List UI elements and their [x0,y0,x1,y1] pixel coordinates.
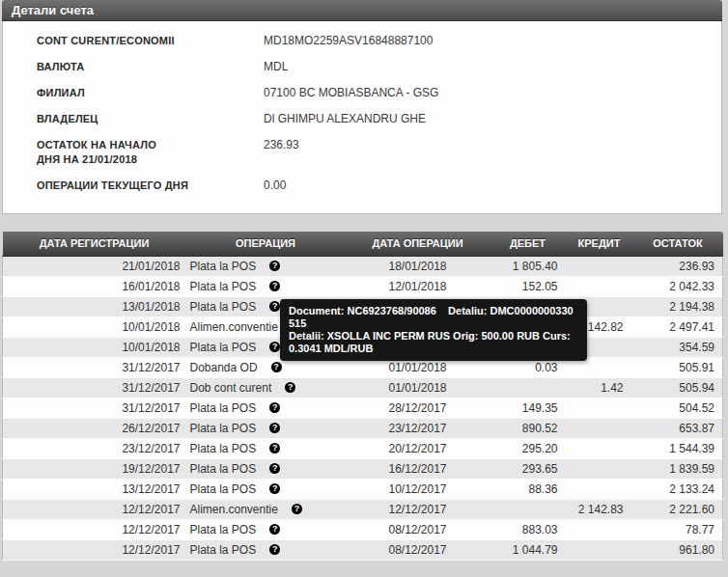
info-value: 236.93 [264,138,721,167]
registration-date-cell: 12/12/2017 [3,499,186,519]
operation-date-cell: 01/01/2018 [346,377,490,398]
operation-cell: Plata la POS ? [186,479,346,499]
transaction-row: 12/12/2017 Plata la POS ? 08/12/2017 883… [3,519,723,539]
column-header: ОПЕРАЦИЯ [186,232,346,256]
debit-cell [490,499,566,519]
column-header: ОСТАТОК [633,232,723,256]
column-header: КРЕДИТ [566,232,633,256]
transaction-row: 12/12/2017 Plata la POS ? 08/12/2017 1 0… [3,539,723,560]
operation-detail-tooltip: Document: NC6923768/90086 Detaliu: DMC00… [280,299,587,361]
account-info-body: CONT CURENT/ECONOMII MD18MO2259ASV168488… [2,21,722,214]
help-icon[interactable]: ? [269,443,280,453]
info-row: ОСТАТОК НА НАЧАЛО ДНЯ НА 21/01/2018 236.… [37,138,721,167]
registration-date-cell: 23/12/2017 [3,438,186,458]
credit-cell [566,276,633,296]
credit-cell [566,539,633,560]
credit-cell [566,519,633,539]
operation-label: Plata la POS [190,401,257,415]
balance-cell: 78.77 [633,519,723,539]
transaction-row: 31/12/2017 Dob cont curent ? 01/01/2018 … [3,377,723,398]
registration-date-cell: 10/01/2018 [3,316,186,337]
registration-date-cell: 31/12/2017 [3,377,186,398]
operation-label: Plata la POS [190,280,257,293]
registration-date-cell: 12/12/2017 [3,539,186,560]
debit-cell: 883.03 [490,519,566,539]
operation-date-cell: 12/12/2017 [346,499,490,519]
help-icon[interactable]: ? [269,402,280,413]
operation-cell: Plata la POS ? [186,256,346,276]
operation-cell: Plata la POS ? [186,458,346,479]
info-value: MD18MO2259ASV16848887100 [264,34,721,48]
registration-date-cell: 31/12/2017 [3,398,186,418]
credit-cell: 1.42 [566,377,633,398]
balance-cell: 505.94 [633,377,723,398]
debit-cell: 149.35 [490,398,566,418]
operation-date-cell: 23/12/2017 [346,418,490,438]
registration-date-cell: 21/01/2018 [3,256,186,276]
balance-cell: 2 042.33 [633,276,723,296]
operation-label: Plata la POS [190,482,257,496]
help-icon[interactable]: ? [269,301,280,312]
info-row: CONT CURENT/ECONOMII MD18MO2259ASV168488… [37,34,721,48]
operation-label: Plata la POS [190,422,257,435]
registration-date-cell: 31/12/2017 [3,357,186,377]
info-value: Dl GHIMPU ALEXANDRU GHE [264,112,721,126]
help-icon[interactable]: ? [269,483,280,494]
column-header: ДАТА ОПЕРАЦИИ [346,232,490,256]
help-icon[interactable]: ? [269,281,280,291]
debit-cell [490,377,566,398]
transaction-row: 13/12/2017 Plata la POS ? 10/12/2017 88.… [3,479,723,499]
balance-cell: 2 133.24 [633,479,723,499]
operation-label: Plata la POS [190,300,257,314]
transaction-row: 31/12/2017 Plata la POS ? 28/12/2017 149… [3,398,723,418]
operation-date-cell: 20/12/2017 [346,438,490,458]
column-header: ДАТА РЕГИСТРАЦИИ [3,232,186,256]
info-value: 0.00 [264,179,721,193]
credit-cell [566,458,633,479]
operation-label: Plata la POS [190,260,257,273]
credit-cell [566,398,633,418]
operation-label: Plata la POS [190,543,257,557]
balance-cell: 2 194.38 [633,296,723,316]
balance-cell: 2 497.41 [633,316,723,337]
transaction-row: 26/12/2017 Plata la POS ? 23/12/2017 890… [3,418,723,438]
info-row: ФИЛИАЛ 07100 BC MOBIASBANCA - GSG [37,86,721,100]
help-icon[interactable]: ? [269,544,280,555]
info-value: MDL [264,60,721,74]
registration-date-cell: 13/01/2018 [3,296,186,316]
registration-date-cell: 26/12/2017 [3,418,186,438]
operation-date-cell: 16/12/2017 [346,458,490,479]
tooltip-line2: Detalii: XSOLLA INC PERM RUS Orig: 500.0… [289,330,574,354]
help-icon[interactable]: ? [271,362,282,372]
transaction-row: 21/01/2018 Plata la POS ? 18/01/2018 1 8… [3,256,723,276]
credit-cell [566,418,633,438]
operation-cell: Plata la POS ? [186,398,346,418]
operation-cell: Plata la POS ? [186,418,346,438]
tooltip-line1: Document: NC6923768/90086 Detaliu: DMC00… [289,305,574,329]
column-header: ДЕБЕТ [490,232,566,256]
table-header-row: ДАТА РЕГИСТРАЦИИОПЕРАЦИЯДАТА ОПЕРАЦИИДЕБ… [3,232,723,256]
help-icon[interactable]: ? [285,382,295,393]
help-icon[interactable]: ? [269,342,280,352]
help-icon[interactable]: ? [269,423,280,433]
registration-date-cell: 13/12/2017 [3,479,186,499]
debit-cell: 890.52 [490,418,566,438]
transaction-row: 19/12/2017 Plata la POS ? 16/12/2017 293… [3,458,723,479]
credit-cell [566,479,633,499]
transaction-row: 12/12/2017 Alimen.conventie ? 12/12/2017… [3,499,723,519]
help-icon[interactable]: ? [269,261,280,271]
transaction-row: 23/12/2017 Plata la POS ? 20/12/2017 295… [3,438,723,458]
credit-cell [566,438,633,458]
info-row: ОПЕРАЦИИ ТЕКУЩЕГО ДНЯ 0.00 [37,179,721,193]
operation-label: Plata la POS [190,341,257,354]
operation-date-cell: 08/12/2017 [346,539,490,560]
help-icon[interactable]: ? [292,504,302,514]
balance-cell: 961.80 [633,539,723,560]
transaction-row: 16/01/2018 Plata la POS ? 12/01/2018 152… [3,276,723,296]
help-icon[interactable]: ? [269,524,280,535]
operation-cell: Alimen.conventie ? [186,499,346,519]
operation-cell: Plata la POS ? [186,539,346,560]
help-icon[interactable]: ? [269,463,280,474]
balance-cell: 354.59 [633,337,723,357]
debit-cell: 88.36 [490,479,566,499]
